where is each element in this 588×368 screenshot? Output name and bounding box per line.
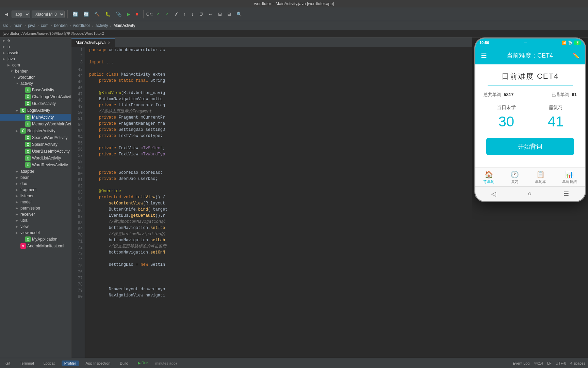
sidebar-item-fragment[interactable]: ▶ fragment — [0, 187, 71, 193]
sidebar-item-mainactivity[interactable]: ▶ C MainActivity — [0, 114, 71, 121]
phone-recents-btn[interactable]: ☰ — [564, 190, 569, 198]
git-x[interactable]: ✗ — [173, 11, 180, 17]
sidebar-item-com[interactable]: ▶ com — [0, 62, 71, 68]
sidebar-item-myapplication[interactable]: ▶ C MyApplication — [0, 236, 71, 243]
terminal-btn[interactable]: Terminal — [17, 361, 37, 366]
review-value: 41 — [548, 113, 564, 130]
phone-difficulty-title: 目前难度 CET4 — [481, 71, 579, 81]
phone-start-button[interactable]: 开始背词 — [486, 138, 574, 155]
sidebar-item-splashactivity[interactable]: ▶ C SplashActivity — [0, 141, 71, 148]
stop-btn[interactable]: ■ — [134, 11, 141, 17]
arrow-icon: ▶ — [3, 45, 7, 48]
sidebar-item-userbaseinfoactivity[interactable]: ▶ C UserBaseInfoActivity — [0, 148, 71, 155]
build-btn[interactable]: 🔨 — [92, 11, 102, 17]
sidebar-label: RegisterActivity — [27, 128, 55, 133]
sidebar-item-challengewordactivity[interactable]: ▶ C ChallengeWordActivity — [0, 93, 71, 100]
bc-com[interactable]: com — [41, 23, 49, 28]
sidebar-item-wordtutor[interactable]: ▼ wordtutor — [0, 74, 71, 80]
sidebar-item-adapter[interactable]: ▶ adapter — [0, 168, 71, 174]
sidebar-item-assets[interactable]: ▶ assets — [0, 50, 71, 56]
run-status-btn[interactable]: ▶ Run — [135, 360, 151, 366]
git-label: Git: — [146, 12, 153, 17]
status-left: Git Terminal Logcat Profiler App Inspect… — [3, 360, 177, 366]
sidebar-item-viewmodel[interactable]: ▶ viewmodel — [0, 230, 71, 236]
phone-home-btn[interactable]: ○ — [528, 190, 532, 198]
logcat-btn[interactable]: Logcat — [41, 361, 58, 366]
sidebar-label: activity — [20, 81, 33, 86]
sidebar-item-receiver[interactable]: ▶ receiver — [0, 211, 71, 217]
phone-nav-wordbook[interactable]: 📋 单词本 — [532, 170, 549, 184]
sidebar-item-loginactivity[interactable]: ▶ C LoginActivity — [0, 107, 71, 114]
git-clock[interactable]: ⏱ — [197, 11, 206, 17]
bc-src[interactable]: src — [3, 23, 8, 28]
git-arrow-up[interactable]: ↑ — [182, 11, 188, 17]
sidebar-item-benben[interactable]: ▼ benben — [0, 68, 71, 74]
git-branch[interactable]: ⊟ — [216, 11, 224, 17]
sidebar-item-listener[interactable]: ▶ listener — [0, 193, 71, 199]
profiler-btn[interactable]: Profiler — [62, 361, 79, 366]
git-arrow-down[interactable]: ↓ — [189, 11, 196, 17]
sidebar-item-searchwordactivity[interactable]: ▶ C SearchWordActivity — [0, 134, 71, 141]
rebuild-btn[interactable]: 🔄 — [70, 11, 80, 17]
bc-benben[interactable]: benben — [54, 23, 68, 28]
back-btn[interactable]: ◀ — [3, 11, 10, 17]
git-check[interactable]: ✓ — [154, 11, 162, 17]
sidebar-item-wordreviewactivity[interactable]: ▶ C WordReviewActivity — [0, 162, 71, 168]
sidebar-label: dao — [20, 181, 27, 186]
phone-back-btn[interactable]: ◁ — [491, 190, 496, 198]
git-status-btn[interactable]: Git — [3, 361, 13, 366]
attach-btn[interactable]: 📎 — [114, 11, 124, 17]
sidebar-item-bean[interactable]: ▶ bean — [0, 174, 71, 181]
sidebar-item-dao[interactable]: ▶ dao — [0, 181, 71, 187]
sidebar-item-wordlistactivity[interactable]: ▶ C WordListActivity — [0, 155, 71, 162]
editor-content[interactable]: 1 2 3 43 44 45 46 47 48 49 50 51 52 53 5… — [71, 47, 472, 365]
search-btn[interactable]: 🔍 — [234, 11, 244, 17]
sidebar-label: java — [7, 57, 15, 61]
bc-main[interactable]: main — [14, 23, 22, 28]
class-icon: C — [25, 114, 31, 120]
phone-body: 目前难度 CET4 总共单词 5817 已背单词 61 当日未学 — [475, 64, 585, 167]
arrow-icon: ▼ — [16, 82, 20, 85]
sidebar-item-androidmanifest[interactable]: ▶ X AndroidManifest.xml — [0, 243, 71, 249]
sidebar-item-java[interactable]: ▶ java — [0, 56, 71, 62]
code-area[interactable]: package com.benben.wordtutor.ac import .… — [85, 47, 472, 365]
bc-activity[interactable]: activity — [96, 23, 108, 28]
sidebar-item-view[interactable]: ▶ view — [0, 224, 71, 230]
sidebar-label: fragment — [20, 187, 36, 192]
phone-nav-challenge[interactable]: 📊 单词挑战 — [559, 170, 580, 184]
sidebar-item-guideactivity[interactable]: ▶ C GuideActivity — [0, 100, 71, 107]
phone-edit-icon[interactable]: ✏️ — [573, 52, 579, 59]
build-status-btn[interactable]: Build — [117, 361, 131, 366]
sidebar-label: n — [7, 44, 10, 49]
bc-wordtutor[interactable]: wordtutor — [73, 23, 90, 28]
rebuild2-btn[interactable]: 🔄 — [81, 11, 91, 17]
sidebar-item-baseactivity[interactable]: ▶ C BaseActivity — [0, 87, 71, 93]
sidebar-item-utils[interactable]: ▶ utils — [0, 217, 71, 224]
app-dropdown[interactable]: app — [12, 11, 30, 18]
git-check2[interactable]: ✓ — [163, 11, 171, 17]
bc-mainactivity[interactable]: MainActivity — [113, 23, 135, 28]
phone-nav-review[interactable]: 🕐 复习 — [508, 170, 522, 184]
wifi-icon: 📡 — [568, 41, 573, 45]
sidebar-item-androidtest[interactable]: ▶ e — [0, 37, 71, 44]
sidebar-item-activity-folder[interactable]: ▼ activity — [0, 80, 71, 87]
sidebar-label: permission — [20, 206, 40, 211]
git-revert[interactable]: ↩ — [207, 11, 215, 17]
run-btn[interactable]: ▶ — [125, 11, 132, 17]
toolbar: ◀ app Xiaomi Mi 8 🔄 🔄 🔨 🐛 📎 ▶ ■ Git: ✓ ✓… — [0, 7, 588, 21]
tab-mainactivity[interactable]: MainActivity.java ✕ — [71, 38, 115, 47]
phone-menu-icon[interactable]: ☰ — [481, 51, 487, 60]
sidebar-item-registeractivity[interactable]: ▶ C RegisterActivity — [0, 127, 71, 134]
sidebar-item-memorywordmainactivity[interactable]: ▶ C MemoryWordMainActivity — [0, 121, 71, 127]
device-dropdown[interactable]: Xiaomi Mi 8 — [32, 11, 65, 18]
app-inspection-btn[interactable]: App Inspection — [83, 361, 113, 366]
sidebar-item-n[interactable]: ▶ n — [0, 44, 71, 50]
sidebar-item-model[interactable]: ▶ model — [0, 199, 71, 205]
git-compare[interactable]: ⊞ — [225, 11, 233, 17]
tab-close-btn[interactable]: ✕ — [108, 41, 111, 45]
event-log[interactable]: Event Log — [513, 361, 530, 365]
bc-java[interactable]: java — [28, 23, 35, 28]
sidebar-item-permission[interactable]: ▶ permission — [0, 205, 71, 211]
debug-btn[interactable]: 🐛 — [103, 11, 113, 17]
phone-nav-memorize[interactable]: 🏠 背单词 — [480, 170, 497, 184]
